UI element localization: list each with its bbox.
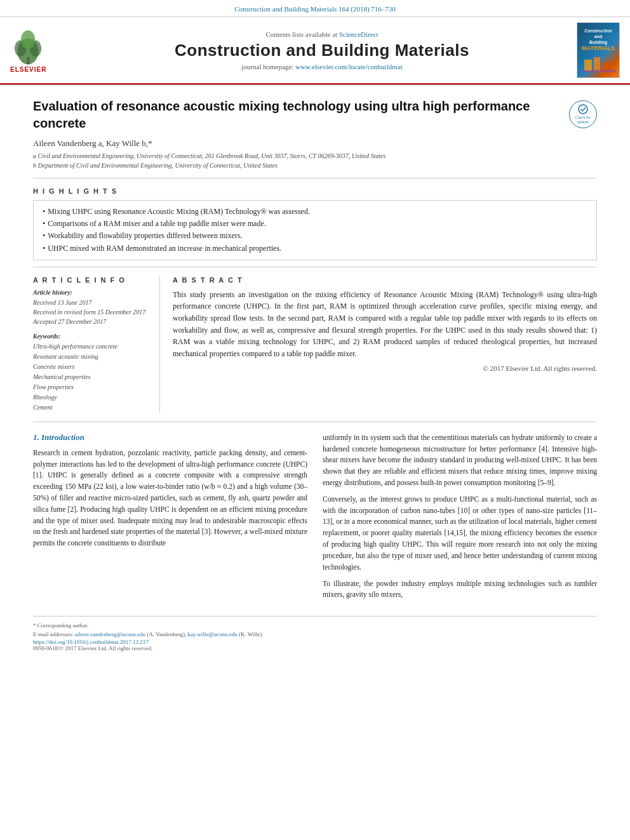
keyword-1: Ultra-high performance concrete	[33, 342, 149, 352]
header-center: Contents lists available at ScienceDirec…	[75, 22, 569, 78]
svg-rect-7	[594, 57, 600, 71]
svg-point-4	[21, 30, 35, 49]
highlight-item-1: • Mixing UHPC using Resonance Acoustic M…	[43, 206, 587, 218]
header-left: ELSEVIER	[10, 22, 67, 78]
keyword-7: Cement	[33, 403, 149, 413]
received-date: Received 13 June 2017	[33, 298, 149, 307]
two-col-body: 1. Introduction Research in cement hydra…	[33, 432, 597, 606]
highlights-box: • Mixing UHPC using Resonance Acoustic M…	[33, 200, 597, 260]
highlight-item-2: • Comparisons of a RAM mixer and a table…	[43, 218, 587, 230]
keyword-4: Mechanical properties	[33, 372, 149, 382]
highlights-section: H I G H L I G H T S • Mixing UHPC using …	[33, 178, 597, 267]
journal-cover-image: Construction and Building MATERIALS	[577, 22, 620, 78]
bullet-4: •	[43, 243, 45, 255]
article-footer: * Corresponding author. E-mail addresses…	[33, 616, 597, 654]
keywords-title: Keywords:	[33, 333, 149, 340]
bullet-3: •	[43, 230, 45, 242]
doi-link[interactable]: https://doi.org/10.1016/j.conbuildmat.20…	[33, 639, 149, 645]
article-info-label: A R T I C L E I N F O	[33, 276, 149, 284]
article-title-text: Evaluation of resonance acoustic mixing …	[33, 98, 561, 170]
affiliation-b: b Department of Civil and Environmental …	[33, 161, 561, 170]
body-col-left: 1. Introduction Research in cement hydra…	[33, 432, 307, 606]
body-col-right: uniformly in its system such that the ce…	[323, 432, 597, 606]
keyword-5: Flow properties	[33, 382, 149, 392]
sciencedirect-link[interactable]: ScienceDirect	[339, 30, 379, 38]
doi-line: https://doi.org/10.1016/j.conbuildmat.20…	[33, 639, 597, 645]
abstract-text: This study presents an investigation on …	[173, 289, 597, 360]
history-title: Article history:	[33, 289, 149, 296]
header-area: ELSEVIER Contents lists available at Sci…	[0, 17, 630, 84]
keyword-6: Rheology	[33, 392, 149, 403]
intro-para-right-1: uniformly in its system such that the ce…	[323, 432, 597, 489]
journal-top-bar: Construction and Building Materials 164 …	[0, 0, 630, 17]
keyword-3: Concrete mixers	[33, 362, 149, 372]
highlight-item-3: • Workability and flowability properties…	[43, 230, 587, 242]
elsevier-wordmark: ELSEVIER	[10, 66, 46, 73]
content-area: Evaluation of resonance acoustic mixing …	[0, 85, 630, 654]
info-abstract-section: A R T I C L E I N F O Article history: R…	[33, 267, 597, 422]
sciencedirect-line: Contents lists available at ScienceDirec…	[265, 30, 378, 38]
footnote-emails: E-mail addresses: aileen.vandenberg@ucon…	[33, 630, 597, 639]
bullet-2: •	[43, 218, 45, 230]
authors-line: Aileen Vandenberg a, Kay Wille b,*	[33, 138, 561, 149]
journal-citation-link[interactable]: Construction and Building Materials 164 …	[234, 5, 396, 13]
received-revised-date: Received in revised form 15 December 201…	[33, 307, 149, 317]
homepage-url[interactable]: www.elsevier.com/locate/conbuildmat	[295, 63, 403, 70]
email-link-2[interactable]: kay.wille@uconn.edu	[187, 631, 237, 637]
journal-homepage: journal homepage: www.elsevier.com/locat…	[241, 63, 402, 70]
highlights-label: H I G H L I G H T S	[33, 187, 597, 195]
highlight-item-4: • UHPC mixed with RAM demonstrated an in…	[43, 243, 587, 255]
article-title: Evaluation of resonance acoustic mixing …	[33, 98, 561, 132]
affiliations: a Civil and Environmental Engineering, U…	[33, 151, 561, 170]
intro-para-right-3: To illustrate, the powder industry emplo…	[323, 578, 597, 601]
keyword-2: Resonant acoustic mixing	[33, 352, 149, 362]
email-link-1[interactable]: aileen.vandenberg@uconn.edu	[75, 631, 145, 637]
abstract-col: A B S T R A C T This study presents an i…	[173, 276, 597, 413]
abstract-label: A B S T R A C T	[173, 276, 597, 284]
elsevier-logo: ELSEVIER	[10, 28, 46, 73]
abstract-copyright: © 2017 Elsevier Ltd. All rights reserved…	[173, 364, 597, 372]
affiliation-a: a Civil and Environmental Engineering, U…	[33, 151, 561, 161]
keywords-section: Keywords: Ultra-high performance concret…	[33, 333, 149, 413]
svg-rect-9	[581, 70, 616, 72]
check-updates-badge: Check for updates	[569, 100, 597, 128]
accepted-date: Accepted 27 December 2017	[33, 317, 149, 326]
header-right: Construction and Building MATERIALS	[577, 22, 620, 78]
journal-title: Construction and Building Materials	[175, 41, 469, 60]
issn-copyright: 0950-0618/© 2017 Elsevier Ltd. All right…	[33, 645, 597, 651]
svg-rect-6	[584, 60, 592, 71]
article-title-section: Evaluation of resonance acoustic mixing …	[33, 85, 597, 178]
author-name: Aileen Vandenberg	[33, 138, 97, 148]
article-info-col: A R T I C L E I N F O Article history: R…	[33, 276, 160, 413]
check-updates-icon	[576, 104, 590, 114]
svg-point-10	[579, 105, 587, 114]
author-suffix: a, Kay Wille b,*	[97, 138, 152, 148]
check-updates-text: Check for updates	[570, 104, 596, 125]
body-section: 1. Introduction Research in cement hydra…	[33, 422, 597, 616]
bullet-1: •	[43, 206, 45, 218]
cover-graphic	[581, 55, 616, 72]
elsevier-tree-icon	[11, 28, 46, 66]
svg-rect-8	[602, 62, 611, 71]
intro-heading: 1. Introduction	[33, 432, 307, 443]
footnote-corresponding: * Corresponding author.	[33, 622, 597, 630]
intro-para-1: Research in cement hydration, pozzolanic…	[33, 448, 307, 549]
intro-para-right-2: Conversely, as the interest grows to pro…	[323, 494, 597, 573]
article-history: Article history: Received 13 June 2017 R…	[33, 289, 149, 326]
